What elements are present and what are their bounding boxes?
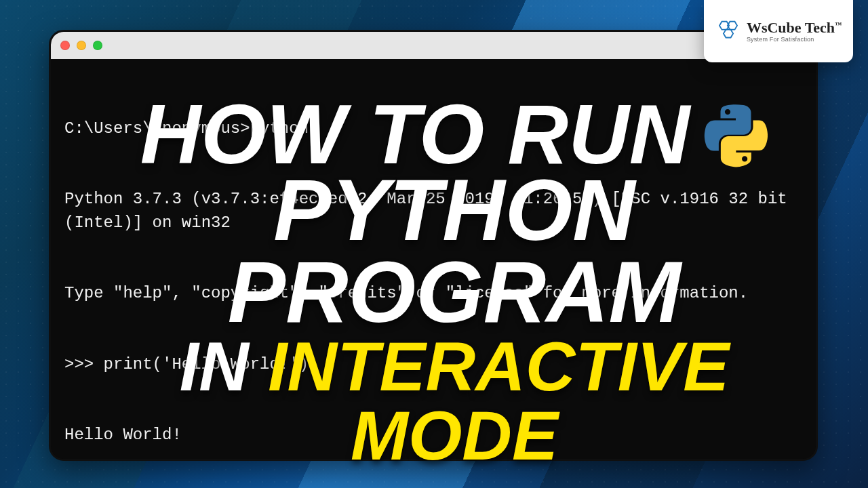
terminal-window: C:\Users\Anonymous>python Python 3.7.3 (… — [49, 30, 818, 461]
brand-hex-icon — [715, 20, 741, 43]
brand-name: WsCube Tech™ — [747, 20, 842, 35]
minimize-icon[interactable] — [77, 41, 86, 50]
window-titlebar — [51, 32, 816, 59]
zoom-icon[interactable] — [93, 41, 102, 50]
close-icon[interactable] — [60, 41, 70, 50]
terminal-line: >>> print('Hello World!') — [64, 353, 802, 377]
terminal-line: Hello World! — [64, 424, 802, 447]
terminal-line: C:\Users\Anonymous>python — [64, 117, 802, 141]
terminal-line: Type "help", "copyright", "credits" or "… — [64, 282, 802, 306]
terminal-line: Python 3.7.3 (v3.7.3:ef4ec6ed12, Mar 25 … — [64, 188, 802, 235]
svg-marker-2 — [724, 30, 733, 38]
brand-card: WsCube Tech™ System For Satisfaction — [704, 0, 853, 62]
terminal-output: C:\Users\Anonymous>python Python 3.7.3 (… — [51, 59, 816, 461]
brand-tagline: System For Satisfaction — [747, 37, 842, 43]
thumbnail-stage: C:\Users\Anonymous>python Python 3.7.3 (… — [0, 0, 868, 488]
